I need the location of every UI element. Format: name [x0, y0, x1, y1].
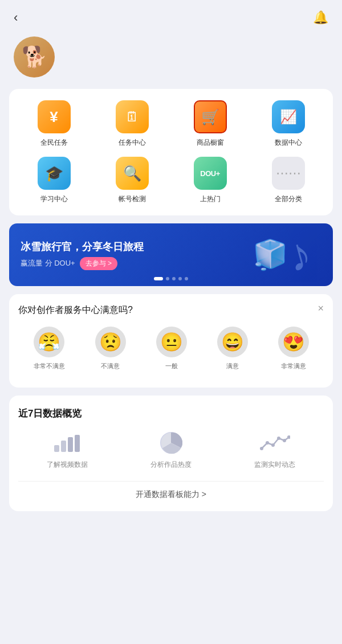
survey-title: 你对创作者服务中心满意吗?: [18, 304, 324, 316]
renwu-icon: 🗓: [116, 100, 149, 133]
banner-ice-icon: 🧊: [253, 238, 288, 271]
emoji-very-unsatisfied[interactable]: 😤 非常不满意: [34, 327, 65, 370]
emoji-satisfied-label: 满意: [226, 362, 239, 370]
svg-rect-3: [75, 435, 80, 452]
data-overview-card: 近7日数据概览 了解视频数据 分: [9, 396, 333, 511]
dot-5: [185, 277, 188, 280]
menu-item-zhanghao[interactable]: 🔍 帐号检测: [93, 157, 171, 204]
emoji-very-satisfied-icon: 😍: [278, 327, 309, 357]
emoji-unsatisfied-icon: 😟: [95, 327, 126, 357]
dot-4: [178, 277, 182, 280]
emoji-neutral[interactable]: 😐 一般: [156, 327, 187, 370]
video-data-label: 了解视频数据: [47, 460, 88, 470]
svg-point-6: [266, 441, 269, 445]
svg-rect-1: [61, 441, 66, 452]
menu-item-xuexi[interactable]: 🎓 学习中心: [15, 157, 93, 204]
realtime-data-label: 监测实时动态: [254, 460, 295, 470]
dot-3: [172, 277, 176, 280]
video-data-icon: [52, 431, 83, 454]
data-grid: 了解视频数据 分析作品热度: [18, 431, 324, 470]
back-button[interactable]: ‹: [14, 10, 18, 25]
data-footer-label: 开通数据看板能力 >: [136, 490, 206, 500]
quanmin-label: 全民任务: [40, 138, 68, 148]
emoji-unsatisfied[interactable]: 😟 不满意: [95, 327, 126, 370]
banner-text: 冰雪旅行官，分享冬日旅程 赢流量 分 DOU+ 去参与 >: [21, 240, 144, 270]
banner-dots: [154, 277, 188, 280]
data-item-work[interactable]: 分析作品热度: [122, 431, 220, 470]
survey-card: × 你对创作者服务中心满意吗? 😤 非常不满意 😟 不满意 😐 一般 😄 满意 …: [9, 294, 333, 388]
bell-icon[interactable]: 🔔: [313, 10, 328, 25]
data-overview-title: 近7日数据概览: [18, 407, 324, 420]
menu-grid: ¥ 全民任务 🗓 任务中心 🛒 商品橱窗 📈 数据中心 🎓: [15, 100, 327, 204]
quanbu-label: 全部分类: [275, 194, 302, 204]
menu-item-reshang[interactable]: DOU+ 上热门: [171, 157, 249, 204]
svg-rect-2: [68, 437, 73, 452]
emoji-very-unsatisfied-label: 非常不满意: [34, 362, 65, 370]
renwu-label: 任务中心: [119, 138, 146, 148]
emoji-satisfied[interactable]: 😄 满意: [217, 327, 248, 370]
reshang-label: 上热门: [200, 194, 221, 204]
menu-item-quanbu[interactable]: ⋯⋯ 全部分类: [249, 157, 327, 204]
banner[interactable]: 冰雪旅行官，分享冬日旅程 赢流量 分 DOU+ 去参与 > 🧊 ♪: [9, 223, 333, 286]
svg-point-5: [260, 447, 263, 450]
banner-cta-button[interactable]: 去参与 >: [80, 257, 117, 270]
emoji-neutral-label: 一般: [165, 362, 178, 370]
menu-item-shuju[interactable]: 📈 数据中心: [249, 100, 327, 148]
data-item-realtime[interactable]: 监测实时动态: [226, 431, 324, 470]
svg-point-7: [271, 443, 275, 447]
svg-point-8: [277, 437, 280, 440]
menu-card: ¥ 全民任务 🗓 任务中心 🛒 商品橱窗 📈 数据中心 🎓: [9, 89, 333, 215]
dot-1: [154, 277, 163, 280]
emoji-row: 😤 非常不满意 😟 不满意 😐 一般 😄 满意 😍 非常满意: [18, 327, 324, 370]
emoji-very-unsatisfied-icon: 😤: [34, 327, 64, 357]
emoji-very-satisfied[interactable]: 😍 非常满意: [278, 327, 309, 370]
avatar-section: 🐕: [0, 31, 342, 89]
shuju-label: 数据中心: [275, 138, 302, 148]
dot-2: [166, 277, 169, 280]
realtime-data-icon: [259, 431, 290, 454]
data-footer-button[interactable]: 开通数据看板能力 >: [18, 481, 324, 502]
banner-decoration: 🧊 ♪: [219, 223, 333, 286]
xuexi-icon: 🎓: [38, 157, 71, 190]
data-item-video[interactable]: 了解视频数据: [18, 431, 116, 470]
emoji-unsatisfied-label: 不满意: [101, 362, 120, 370]
menu-item-renwu[interactable]: 🗓 任务中心: [93, 100, 171, 148]
emoji-neutral-icon: 😐: [156, 327, 187, 357]
avatar[interactable]: 🐕: [14, 36, 55, 78]
svg-point-9: [283, 439, 286, 442]
banner-sub-text: 赢流量 分 DOU+: [21, 258, 75, 268]
shangpin-label: 商品橱窗: [197, 138, 224, 148]
emoji-satisfied-icon: 😄: [217, 327, 248, 357]
shangpin-icon: 🛒: [194, 100, 227, 133]
work-data-icon: [156, 431, 186, 454]
menu-item-shangpin[interactable]: 🛒 商品橱窗: [171, 100, 249, 148]
menu-item-quanmin[interactable]: ¥ 全民任务: [15, 100, 93, 148]
banner-title: 冰雪旅行官，分享冬日旅程: [21, 240, 144, 254]
banner-sub: 赢流量 分 DOU+ 去参与 >: [21, 257, 144, 270]
quanmin-icon: ¥: [38, 100, 71, 133]
zhanghao-label: 帐号检测: [119, 194, 146, 204]
svg-rect-0: [54, 445, 59, 452]
top-nav: ‹ 🔔: [0, 0, 342, 31]
shuju-icon: 📈: [272, 100, 305, 133]
xuexi-label: 学习中心: [40, 194, 68, 204]
quanbu-icon: ⋯⋯: [272, 157, 305, 190]
survey-close-button[interactable]: ×: [317, 303, 324, 313]
work-data-label: 分析作品热度: [150, 460, 192, 470]
emoji-very-satisfied-label: 非常满意: [281, 362, 306, 370]
reshang-icon: DOU+: [194, 157, 227, 190]
zhanghao-icon: 🔍: [116, 157, 149, 190]
